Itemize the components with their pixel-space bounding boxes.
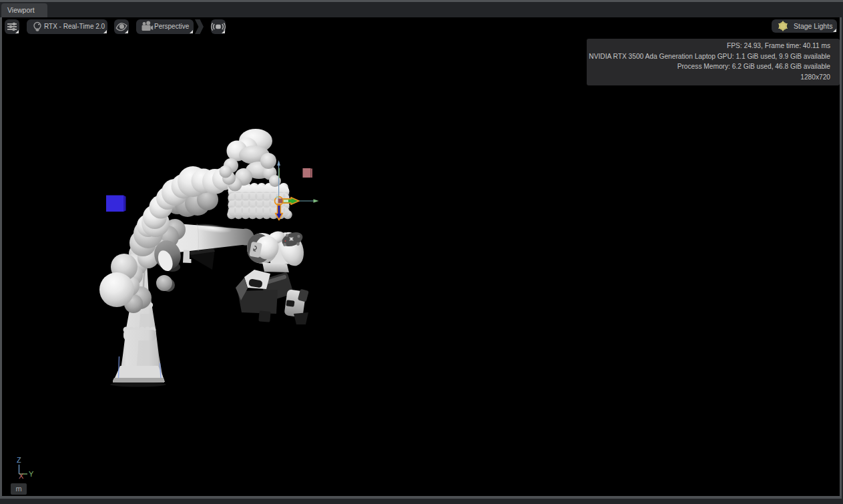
svg-text:X: X xyxy=(19,472,24,480)
svg-text:Z: Z xyxy=(17,456,21,464)
svg-text:Y: Y xyxy=(29,470,34,478)
